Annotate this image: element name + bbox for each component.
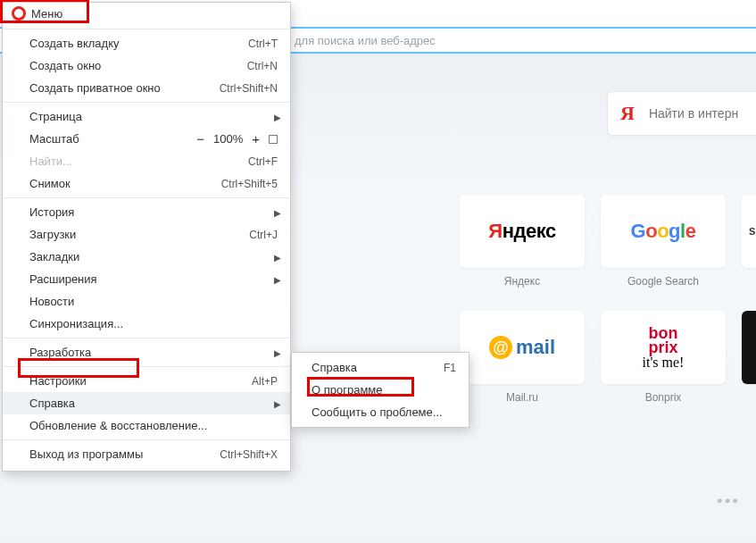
chevron-right-icon: ▶ (274, 252, 281, 262)
tile-bonprix[interactable]: bon prix it's me! (601, 311, 726, 384)
menu-history[interactable]: История ▶ (3, 201, 290, 223)
tile-mailru[interactable]: @ mail (460, 311, 585, 384)
tile-caption: Google Search (601, 268, 726, 284)
tile-google[interactable]: Google (601, 195, 726, 268)
menu-update-restore[interactable]: Обновление & восстановление... (3, 414, 290, 437)
menu-settings[interactable]: Настройки Alt+P (3, 370, 290, 392)
shortcut-label: F1 (444, 362, 456, 374)
shortcut-label: Ctrl+F (248, 155, 278, 168)
chevron-right-icon: ▶ (274, 347, 281, 357)
mailru-word-icon: @ mail (489, 336, 555, 359)
tile-amazon[interactable]: S (742, 195, 756, 268)
yandex-word-icon: Яндекс (488, 220, 555, 243)
at-icon: @ (489, 336, 512, 359)
tile-caption: Яндекс (460, 268, 585, 284)
shortcut-label: Ctrl+Shift+N (220, 82, 278, 95)
submenu-report-problem[interactable]: Сообщить о проблеме... (292, 401, 469, 423)
zoom-in-button[interactable]: + (252, 132, 260, 146)
chevron-right-icon: ▶ (274, 274, 281, 284)
menu-find: Найти... Ctrl+F (3, 150, 290, 172)
menu-sync[interactable]: Синхронизация... (3, 313, 290, 335)
tile-caption: Bonprix (601, 384, 726, 400)
shortcut-label: Ctrl+J (249, 229, 278, 241)
amazon-word-icon: S (749, 226, 755, 237)
menu-zoom: Масштаб − 100% + (3, 128, 290, 150)
fullscreen-icon[interactable] (269, 135, 278, 144)
chevron-right-icon: ▶ (274, 112, 281, 121)
tile-caption: Mail.ru (460, 384, 585, 400)
tile-yandex[interactable]: Яндекс (460, 195, 585, 268)
zoom-out-button[interactable]: − (196, 132, 204, 146)
shortcut-label: Ctrl+T (248, 38, 278, 50)
zoom-value: 100% (213, 133, 243, 145)
menu-new-window[interactable]: Создать окно Ctrl+N (3, 54, 290, 77)
shortcut-label: Ctrl+Shift+X (220, 448, 278, 461)
submenu-help[interactable]: Справка F1 (292, 356, 469, 379)
menu-new-tab[interactable]: Создать вкладку Ctrl+T (3, 32, 290, 54)
search-input[interactable] (649, 106, 756, 121)
menu-header[interactable]: Меню (3, 3, 290, 26)
menu-help[interactable]: Справка ▶ (3, 392, 290, 414)
menu-exit[interactable]: Выход из программы Ctrl+Shift+X (3, 443, 290, 465)
main-menu: Меню Создать вкладку Ctrl+T Создать окно… (2, 2, 291, 472)
yandex-logo-icon: Я (620, 102, 635, 125)
address-bar-placeholder: для поиска или веб-адрес (295, 34, 436, 47)
zoom-label: Масштаб (29, 132, 79, 146)
menu-new-private-window[interactable]: Создать приватное окно Ctrl+Shift+N (3, 77, 290, 99)
menu-developer[interactable]: Разработка ▶ (3, 341, 290, 363)
opera-icon (12, 6, 26, 21)
menu-extensions[interactable]: Расширения ▶ (3, 268, 290, 290)
shortcut-label: Alt+P (252, 375, 278, 388)
speed-dial-grid: Яндекс Google S Яндекс Google Search @ m… (460, 195, 756, 400)
chevron-right-icon: ▶ (274, 207, 281, 217)
google-word-icon: Google (631, 220, 696, 243)
help-submenu: Справка F1 О программе Сообщить о пробле… (291, 352, 469, 428)
menu-news[interactable]: Новости (3, 290, 290, 313)
menu-downloads[interactable]: Загрузки Ctrl+J (3, 223, 290, 246)
submenu-about[interactable]: О программе (292, 379, 469, 401)
yandex-search-box[interactable]: Я (607, 91, 756, 136)
tile-dark[interactable] (742, 311, 756, 384)
menu-page[interactable]: Страница ▶ (3, 105, 290, 128)
shortcut-label: Ctrl+N (247, 60, 278, 72)
menu-snapshot[interactable]: Снимок Ctrl+Shift+5 (3, 172, 290, 195)
menu-bookmarks[interactable]: Закладки ▶ (3, 246, 290, 268)
chevron-right-icon: ▶ (274, 398, 281, 408)
menu-title: Меню (31, 7, 62, 21)
bonprix-word-icon: bon prix it's me! (643, 326, 685, 370)
shortcut-label: Ctrl+Shift+5 (221, 178, 278, 190)
customize-dots-icon[interactable]: ●●● (717, 495, 740, 505)
